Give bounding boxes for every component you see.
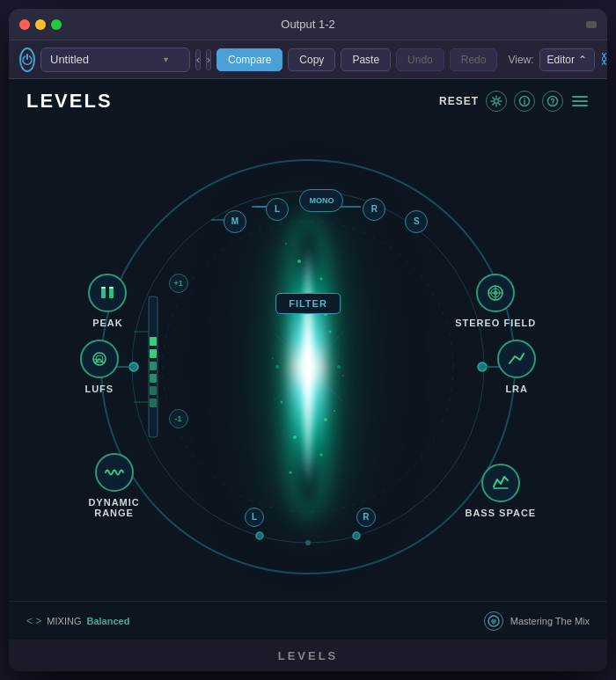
toolbar: Untitled ▾ ‹ › Compare Copy Paste Undo R…: [9, 40, 607, 79]
view-selector[interactable]: Editor ⌃: [539, 48, 595, 71]
svg-point-2: [524, 99, 525, 100]
channel-mono-node[interactable]: MONO: [299, 189, 343, 212]
view-label: View:: [508, 54, 533, 66]
menu-icon-button[interactable]: [570, 93, 590, 109]
lra-icon-button[interactable]: [497, 340, 536, 378]
stereo-field-label: STEREO FIELD: [455, 318, 536, 328]
svg-point-20: [305, 540, 311, 545]
preset-selector[interactable]: Untitled ▾: [40, 48, 190, 72]
preset-arrow-icon: ▾: [164, 55, 168, 64]
footer-mode-value: Balanced: [86, 616, 129, 626]
lra-label: LRA: [505, 384, 528, 394]
lufs-module: LUFS: [80, 340, 119, 394]
header-controls: RESET: [439, 91, 590, 112]
svg-point-59: [95, 360, 98, 362]
compare-button[interactable]: Compare: [216, 48, 282, 71]
peak-module: PEAK: [88, 274, 127, 328]
svg-rect-22: [150, 374, 157, 383]
circle-container: M L MONO R S FILTER: [97, 156, 519, 578]
svg-point-18: [256, 532, 263, 539]
svg-rect-49: [109, 288, 114, 298]
channel-l-node[interactable]: L: [266, 198, 289, 221]
glow-beam-inner: [303, 244, 313, 490]
reset-button[interactable]: RESET: [439, 95, 479, 107]
channel-r-node[interactable]: R: [363, 198, 385, 221]
view-chevron-icon: ⌃: [578, 54, 587, 66]
filter-button[interactable]: FILTER: [275, 293, 341, 314]
svg-rect-48: [101, 288, 106, 298]
close-button[interactable]: [19, 19, 30, 30]
plugin-footer: < > MIXING Balanced Mastering The Mix: [9, 601, 607, 640]
title-bar-title: Output 1-2: [281, 18, 334, 31]
svg-point-19: [353, 532, 360, 539]
power-button[interactable]: [19, 48, 35, 72]
menu-line-2: [572, 100, 588, 102]
help-icon-button[interactable]: [542, 91, 563, 112]
svg-rect-24: [150, 349, 157, 358]
svg-point-3: [548, 97, 558, 106]
bass-space-icon-button[interactable]: [481, 464, 520, 502]
lufs-label: LUFS: [84, 384, 114, 394]
left-channel-label: L: [245, 508, 264, 527]
stereo-field-module: STEREO FIELD: [455, 274, 536, 328]
app-label-bar: LEVELS: [9, 640, 607, 671]
maximize-button[interactable]: [51, 19, 62, 30]
nav-back-button[interactable]: ‹: [195, 49, 201, 70]
link-icon[interactable]: ⛓: [600, 52, 607, 68]
peak-label: PEAK: [92, 318, 123, 328]
main-window: Output 1-2 Untitled ▾ ‹ › Compare Copy P…: [9, 9, 607, 671]
svg-point-0: [495, 99, 499, 104]
svg-rect-23: [150, 362, 157, 370]
svg-point-4: [552, 103, 554, 105]
brand-label: Mastering The Mix: [510, 616, 590, 626]
right-channel-label: R: [356, 508, 376, 527]
redo-button[interactable]: Redo: [450, 48, 498, 71]
info-icon-button[interactable]: [514, 91, 535, 112]
plugin-header: LEVELS RESET: [9, 79, 607, 123]
scale-minus1-label: -1: [169, 409, 188, 428]
app-label-text: LEVELS: [278, 649, 339, 662]
plugin-content: LEVELS RESET: [9, 79, 607, 640]
svg-rect-27: [150, 398, 157, 407]
title-bar: Output 1-2: [9, 9, 607, 40]
nav-forward-button[interactable]: ›: [206, 49, 211, 70]
undo-button[interactable]: Undo: [396, 48, 444, 71]
menu-line-1: [572, 96, 588, 98]
svg-rect-51: [109, 287, 114, 289]
copy-button[interactable]: Copy: [288, 48, 335, 71]
lra-module: LRA: [497, 340, 536, 394]
bass-space-module: BASS SPACE: [465, 464, 536, 518]
preset-name: Untitled: [50, 53, 89, 66]
menu-line-3: [572, 105, 588, 106]
stereo-field-icon-button[interactable]: [476, 274, 515, 312]
footer-mode: MIXING: [47, 616, 81, 626]
scale-plus1-label: +1: [169, 274, 188, 293]
peak-icon-button[interactable]: [88, 274, 127, 312]
dynamic-range-module: DYNAMIC RANGE: [88, 453, 139, 518]
svg-rect-25: [150, 337, 157, 346]
footer-bracket: < >: [26, 615, 41, 627]
paste-button[interactable]: Paste: [341, 48, 391, 71]
plugin-title: LEVELS: [26, 90, 113, 113]
settings-icon-button[interactable]: [486, 91, 507, 112]
bass-space-label: BASS SPACE: [465, 508, 536, 518]
footer-left: < > MIXING Balanced: [26, 615, 129, 627]
channel-m-node[interactable]: M: [224, 210, 246, 233]
traffic-lights: [19, 19, 62, 30]
svg-rect-26: [150, 386, 157, 395]
center-glow-visualization: [255, 208, 361, 525]
brand-icon: [484, 611, 503, 631]
minimize-button[interactable]: [35, 19, 46, 30]
footer-right: Mastering The Mix: [484, 611, 590, 631]
dynamic-range-label: DYNAMIC RANGE: [88, 497, 139, 518]
visualizer-area: M L MONO R S FILTER: [9, 123, 607, 601]
title-bar-right-control: [586, 21, 597, 28]
lufs-icon-button[interactable]: [80, 340, 119, 378]
dynamic-range-icon-button[interactable]: [95, 453, 134, 492]
svg-rect-50: [101, 287, 106, 289]
